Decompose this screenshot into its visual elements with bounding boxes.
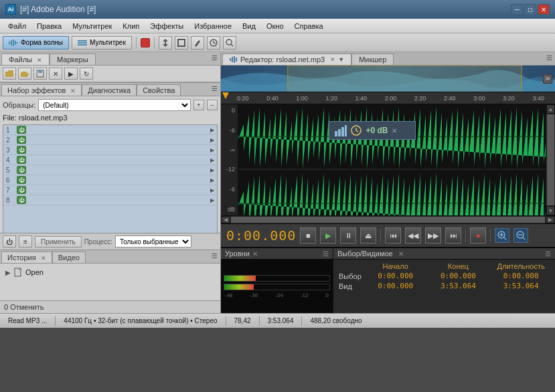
menu-window[interactable]: Окно <box>261 19 289 33</box>
waveform-scrollbar-v[interactable]: ▲ ▼ <box>546 104 555 215</box>
effects-panel-menu[interactable]: ☰ <box>212 85 218 92</box>
effects-power-all[interactable]: ⏻ <box>3 235 16 248</box>
playhead[interactable] <box>222 92 229 99</box>
zoom-in-icon <box>497 230 507 241</box>
menu-effects[interactable]: Эффекты <box>145 19 189 33</box>
menu-multitrack[interactable]: Мультитрек <box>67 19 117 33</box>
save-file-button[interactable] <box>33 68 47 80</box>
levels-close[interactable]: ✕ <box>252 250 258 258</box>
history-item-open[interactable]: ▶ Open <box>3 266 218 278</box>
menu-help[interactable]: Справка <box>289 19 329 33</box>
tool-button-5[interactable] <box>223 36 236 50</box>
selection-menu[interactable]: ☰ <box>545 250 551 258</box>
pause-button[interactable]: ⏸ <box>340 227 356 243</box>
tab-editor[interactable]: Редактор: rsload.net.mp3 ✕ ▼ <box>222 54 351 65</box>
zoom-in-button[interactable] <box>495 228 509 243</box>
effect-item-7[interactable]: 7 ⏻ ▶ <box>3 185 217 195</box>
stop-button[interactable]: ■ <box>300 227 316 243</box>
selection-close[interactable]: ✕ <box>398 250 404 258</box>
menu-clip[interactable]: Клип <box>117 19 145 33</box>
record-button[interactable]: ● <box>470 227 486 243</box>
play-file-button[interactable]: ▶ <box>64 68 78 80</box>
meter-label-12: -12 <box>301 292 309 298</box>
effect-power-2[interactable]: ⏻ <box>17 136 26 144</box>
panel-menu-icon[interactable]: ☰ <box>212 54 218 62</box>
waveform-scrollbar-h[interactable]: ◀ ▶ <box>221 215 555 223</box>
editor-panel-menu[interactable]: ☰ <box>546 54 552 62</box>
presets-remove-btn[interactable]: – <box>207 100 218 110</box>
popup-close-button[interactable]: ✕ <box>392 127 397 134</box>
scroll-thumb-h[interactable] <box>231 217 545 223</box>
play-button[interactable]: ▶ <box>320 227 336 243</box>
scroll-thumb-v[interactable] <box>547 114 554 205</box>
eject-button[interactable]: ⏏ <box>360 227 376 243</box>
tool-button-3[interactable] <box>191 36 204 50</box>
zoom-out-button[interactable] <box>513 228 528 243</box>
loop-file-button[interactable]: ↻ <box>80 68 93 80</box>
tool-button-2[interactable] <box>175 36 188 50</box>
minimize-button[interactable]: ─ <box>511 4 523 15</box>
apply-button[interactable]: Применить <box>35 236 82 248</box>
menu-view[interactable]: Вид <box>237 19 261 33</box>
scroll-left-arrow[interactable]: ◀ <box>221 216 230 223</box>
presets-select[interactable]: (Default) <box>38 99 191 111</box>
multitrack-view-button[interactable]: Мультитрек <box>72 36 132 50</box>
presets-add-btn[interactable]: + <box>193 100 204 110</box>
tab-history[interactable]: История ✕ <box>1 252 52 263</box>
tab-video[interactable]: Видео <box>52 252 86 263</box>
tab-effects[interactable]: Набор эффектов ✕ <box>1 84 82 96</box>
effect-item-8[interactable]: 8 ⏻ ▶ <box>3 195 217 205</box>
effect-item-2[interactable]: 2 ⏻ ▶ <box>3 135 217 145</box>
process-select[interactable]: Только выбранные <box>115 235 191 248</box>
effects-list-btn[interactable]: ≡ <box>19 235 32 248</box>
menu-file[interactable]: Файл <box>3 19 31 33</box>
effect-power-3[interactable]: ⏻ <box>17 146 26 154</box>
svg-rect-0 <box>9 41 10 44</box>
tool-button-1[interactable] <box>159 36 172 50</box>
effect-item-6[interactable]: 6 ⏻ ▶ <box>3 175 217 185</box>
effect-item-4[interactable]: 4 ⏻ ▶ <box>3 155 217 165</box>
tool-button-4[interactable] <box>207 36 220 50</box>
effect-power-6[interactable]: ⏻ <box>17 176 26 184</box>
editor-tab-dropdown[interactable]: ▼ <box>338 56 344 63</box>
menu-favorites[interactable]: Избранное <box>189 19 237 33</box>
effect-power-4[interactable]: ⏻ <box>17 156 26 164</box>
history-tab-close[interactable]: ✕ <box>41 255 46 262</box>
clock-icon <box>351 125 362 136</box>
menu-edit[interactable]: Правка <box>31 19 67 33</box>
scroll-right-arrow[interactable]: ▶ <box>546 216 555 223</box>
waveform-view-button[interactable]: Форма волны <box>3 36 69 50</box>
tab-properties[interactable]: Свойства <box>137 84 181 96</box>
effect-item-5[interactable]: 5 ⏻ ▶ <box>3 165 217 175</box>
goto-start-button[interactable]: ⏮ <box>385 227 401 243</box>
fast-forward-button[interactable]: ▶▶ <box>425 227 441 243</box>
open-file-button-2[interactable] <box>18 68 31 80</box>
goto-end-button[interactable]: ⏭ <box>445 227 461 243</box>
close-file-button[interactable]: ✕ <box>49 68 62 80</box>
levels-menu[interactable]: ☰ <box>323 250 329 258</box>
rewind-button[interactable]: ◀◀ <box>405 227 421 243</box>
waveform-overview[interactable]: ≫ <box>221 66 555 92</box>
tab-files[interactable]: Файлы ✕ <box>1 54 50 65</box>
editor-tab-close[interactable]: ✕ <box>330 56 335 63</box>
tab-mixer[interactable]: Микшер <box>351 54 394 65</box>
waveform-canvas[interactable]: dB dB 0 -6 -12 -6 0 -6 -12 -6 L <box>238 104 546 215</box>
files-tab-close[interactable]: ✕ <box>37 57 42 64</box>
effect-power-5[interactable]: ⏻ <box>17 166 26 174</box>
scroll-down-arrow[interactable]: ▼ <box>546 206 555 215</box>
effect-item-1[interactable]: 1 ⏻ ▶ <box>3 125 217 135</box>
effect-power-1[interactable]: ⏻ <box>17 126 26 134</box>
open-file-button[interactable] <box>3 68 16 80</box>
effect-item-3[interactable]: 3 ⏻ ▶ <box>3 145 217 155</box>
tab-markers[interactable]: Маркеры <box>50 54 96 65</box>
waveform-area[interactable]: 0 -6 -∞ -12 -6 dB <box>221 104 555 215</box>
effect-power-7[interactable]: ⏻ <box>17 186 26 194</box>
maximize-button[interactable]: □ <box>524 4 536 15</box>
scroll-up-arrow[interactable]: ▲ <box>546 104 555 114</box>
close-button[interactable]: ✕ <box>538 4 550 15</box>
effect-power-8[interactable]: ⏻ <box>17 196 26 204</box>
overview-scroll[interactable]: ≫ <box>543 74 552 84</box>
tab-diagnostics[interactable]: Диагностика <box>82 84 137 96</box>
effects-tab-close[interactable]: ✕ <box>70 88 76 94</box>
history-panel-menu[interactable]: ☰ <box>212 252 218 260</box>
